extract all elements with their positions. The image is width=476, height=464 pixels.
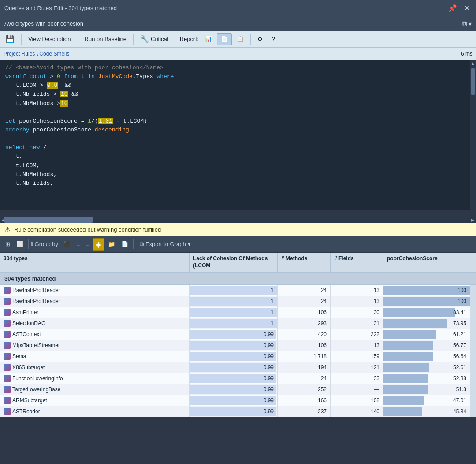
col-header-lcom[interactable]: Lack of Cohesion Of Methods (LCOM xyxy=(190,253,278,272)
table-row[interactable]: RawInstrProfReader 1 24 13 100 xyxy=(0,296,476,307)
results-section: 304 types Lack of Cohesion Of Methods (L… xyxy=(0,253,476,464)
cell-name: RawInstrProfReader xyxy=(0,296,190,307)
row-scrollbar-placeholder xyxy=(470,351,476,362)
code-editor[interactable]: // <Name>Avoid types with poor cohesion<… xyxy=(0,60,470,217)
cell-score: 100 xyxy=(383,296,470,307)
export-graph-button[interactable]: ⧉ Export to Graph ▾ xyxy=(136,238,195,251)
class-icon xyxy=(4,408,11,415)
table-row[interactable]: AsmPrinter 1 106 30 83.41 xyxy=(0,307,476,318)
cell-lcom: 0.99 xyxy=(190,373,278,384)
table-row[interactable]: MipsTargetStreamer 0.99 106 13 56.77 xyxy=(0,340,476,351)
report-button-2[interactable]: 📄 xyxy=(217,33,232,45)
cell-score: 47.01 xyxy=(383,395,470,406)
query-dropdown-button[interactable]: ▾ xyxy=(469,20,472,27)
table-row[interactable]: TargetLoweringBase 0.99 252 — 51.3 xyxy=(0,384,476,395)
table-row[interactable]: Sema 0.99 1 718 159 56.64 xyxy=(0,351,476,362)
table-row[interactable]: SelectionDAG 1 293 31 73.95 xyxy=(0,318,476,329)
settings-button[interactable]: ⚙ xyxy=(253,33,267,45)
code-hscrollbar[interactable]: ◀ ▶ xyxy=(0,217,476,223)
cell-name: X86Subtarget xyxy=(0,362,190,373)
report-button-3[interactable]: 📋 xyxy=(233,33,248,45)
cell-lcom: 0.99 xyxy=(190,329,278,340)
pin-button[interactable]: 📌 xyxy=(446,3,459,13)
table-row[interactable]: ARMSubtarget 0.99 166 108 47.01 xyxy=(0,395,476,406)
export-label: Export to Graph xyxy=(145,241,186,247)
cell-lcom: 0.99 xyxy=(190,351,278,362)
cell-methods: 24 xyxy=(278,296,331,307)
copy-query-button[interactable]: ⧉ xyxy=(462,20,467,28)
table-row[interactable]: RawInstrProfReader 1 24 13 100 xyxy=(0,285,476,296)
copy-result-button[interactable]: ⬜ xyxy=(14,238,26,251)
cell-lcom: 1 xyxy=(190,285,278,296)
breadcrumb[interactable]: Project Rules \ Code Smells xyxy=(4,51,69,57)
cell-fields: 13 xyxy=(331,340,383,351)
class-icon xyxy=(4,287,11,294)
row-name: MipsTargetStreamer xyxy=(12,342,60,348)
row-scrollbar-placeholder xyxy=(470,384,476,395)
group-btn-1[interactable]: ⬛ xyxy=(61,238,73,251)
table-row[interactable]: ASTContext 0.99 420 222 61.21 xyxy=(0,329,476,340)
table-row[interactable]: X86Subtarget 0.99 194 121 52.61 xyxy=(0,362,476,373)
cell-name: FunctionLoweringInfo xyxy=(0,373,190,384)
cell-score: 52.61 xyxy=(383,362,470,373)
cell-name: AsmPrinter xyxy=(0,307,190,318)
row-scrollbar-placeholder xyxy=(470,285,476,296)
cell-fields: 108 xyxy=(331,395,383,406)
toolbar-separator-2 xyxy=(78,34,78,45)
main-container: Queries and Rules Edit - 304 types match… xyxy=(0,0,476,464)
cell-methods: 24 xyxy=(278,373,331,384)
scroll-thumb[interactable] xyxy=(471,68,475,95)
class-icon xyxy=(4,364,11,371)
save-button[interactable]: 💾 xyxy=(2,33,19,45)
row-name: ASTReader xyxy=(12,408,40,415)
cell-score: 51.3 xyxy=(383,384,470,395)
folder-btn[interactable]: 📁 xyxy=(105,238,118,251)
report-button-1[interactable]: 📊 xyxy=(201,33,216,45)
cell-name: SelectionDAG xyxy=(0,318,190,329)
cell-lcom: 0.99 xyxy=(190,406,278,417)
cell-score: 83.41 xyxy=(383,307,470,318)
view-description-button[interactable]: View Description xyxy=(24,33,75,45)
row-scrollbar-placeholder xyxy=(470,373,476,384)
row-name: FunctionLoweringInfo xyxy=(12,375,63,382)
warning-icon: ⚠ xyxy=(4,225,11,234)
hscroll-thumb[interactable] xyxy=(4,217,93,223)
row-scrollbar-placeholder xyxy=(470,340,476,351)
group-btn-2[interactable]: ≡ xyxy=(74,238,83,251)
save-icon: 💾 xyxy=(6,35,15,43)
run-on-baseline-button[interactable]: Run on Baseline xyxy=(81,33,130,45)
add-icon: ⊞ xyxy=(5,241,10,247)
code-vscrollbar[interactable]: ▲ xyxy=(470,60,476,217)
col-header-fields[interactable]: # Fields xyxy=(331,253,383,272)
col-header-methods[interactable]: # Methods xyxy=(278,253,331,272)
add-result-button[interactable]: ⊞ xyxy=(3,238,13,251)
file-btn[interactable]: 📄 xyxy=(119,238,131,251)
warning-bar: ⚠ Rule compilation succeeded but warning… xyxy=(0,223,476,236)
cell-score: 56.77 xyxy=(383,340,470,351)
critical-button[interactable]: 🔧 Critical xyxy=(136,33,172,45)
title-text: Queries and Rules Edit - 304 types match… xyxy=(4,5,117,11)
group-btn-active[interactable]: ◈ xyxy=(93,238,104,251)
table-row[interactable]: ASTReader 0.99 237 140 45.34 xyxy=(0,406,476,417)
row-scrollbar-placeholder xyxy=(470,395,476,406)
title-bar-controls: 📌 ✕ xyxy=(446,3,472,13)
close-button[interactable]: ✕ xyxy=(462,3,472,13)
group-btn-3[interactable]: ≡ xyxy=(83,238,92,251)
cell-methods: 24 xyxy=(278,285,331,296)
scroll-right-arrow[interactable]: ▶ xyxy=(469,217,476,222)
cell-lcom: 0.99 xyxy=(190,384,278,395)
col-header-score[interactable]: poorCohesionScore xyxy=(383,253,470,272)
col-header-name: 304 types xyxy=(0,253,190,272)
class-icon xyxy=(4,342,11,349)
class-icon xyxy=(4,320,11,327)
cell-name: Sema xyxy=(0,351,190,362)
toolbar: 💾 View Description Run on Baseline 🔧 Cri… xyxy=(0,31,476,48)
class-icon xyxy=(4,397,11,404)
run-label: Run on Baseline xyxy=(85,36,126,42)
table-row[interactable]: FunctionLoweringInfo 0.99 24 33 52.38 xyxy=(0,373,476,384)
scroll-up-arrow[interactable]: ▲ xyxy=(470,60,476,67)
row-name: ARMSubtarget xyxy=(12,397,47,404)
cell-score: 61.21 xyxy=(383,329,470,340)
help-button[interactable]: ? xyxy=(268,34,279,45)
report-label: Report: xyxy=(180,36,199,42)
